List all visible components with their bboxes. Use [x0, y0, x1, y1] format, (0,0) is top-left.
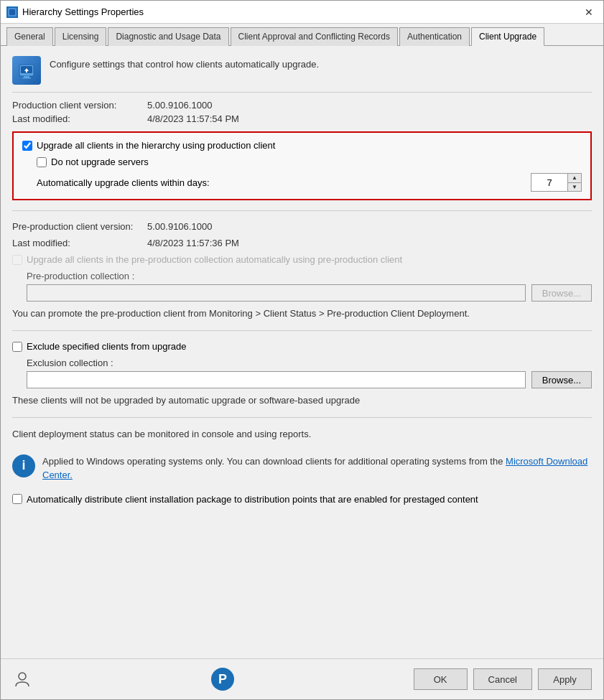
- auto-upgrade-days-label: Automatically upgrade clients within day…: [37, 177, 210, 188]
- preproduction-modified-label: Last modified:: [12, 238, 141, 248]
- tab-diagnostic[interactable]: Diagnostic and Usage Data: [108, 27, 228, 46]
- svg-rect-1: [9, 9, 15, 15]
- header-description: Configure settings that control how clie…: [50, 56, 319, 70]
- preproduction-version-value: 5.00.9106.1000: [147, 221, 212, 232]
- svg-point-6: [19, 673, 26, 680]
- cancel-button[interactable]: Cancel: [473, 668, 532, 690]
- exclusion-browse-button[interactable]: Browse...: [531, 371, 592, 388]
- upgrade-section: Upgrade all clients in the hierarchy usi…: [12, 131, 592, 200]
- spinner-buttons: ▲ ▼: [567, 174, 581, 191]
- spinner-down-button[interactable]: ▼: [568, 182, 581, 191]
- divider-3: [12, 417, 592, 418]
- upgrade-icon: [12, 56, 41, 85]
- info-symbol: i: [22, 458, 25, 473]
- auto-distribute-label[interactable]: Automatically distribute client installa…: [27, 494, 478, 505]
- production-modified-label: Last modified:: [12, 113, 141, 124]
- preproduction-upgrade-checkbox[interactable]: [12, 255, 22, 265]
- exclusion-collection-label: Exclusion collection :: [27, 358, 592, 368]
- title-bar: Hierarchy Settings Properties ✕: [1, 1, 603, 24]
- exclusion-collection-section: Exclusion collection : Browse...: [27, 358, 592, 388]
- upgrade-all-checkbox[interactable]: [22, 141, 32, 151]
- preproduction-modified-row: Last modified: 4/8/2023 11:57:36 PM: [12, 238, 592, 248]
- preproduction-upgrade-row: Upgrade all clients in the pre-productio…: [12, 254, 592, 265]
- preproduction-modified-value: 4/8/2023 11:57:36 PM: [147, 238, 239, 248]
- footer-left: [12, 669, 32, 689]
- footer: P OK Cancel Apply: [1, 658, 603, 699]
- preproduction-collection-section: Pre-production collection : Browse...: [27, 271, 592, 302]
- header-info: Configure settings that control how clie…: [12, 56, 592, 93]
- svg-text:P: P: [218, 672, 227, 686]
- preproduction-collection-row: Browse...: [27, 284, 592, 302]
- upgrade-all-row: Upgrade all clients in the hierarchy usi…: [22, 140, 582, 151]
- preproduction-version-label: Pre-production client version:: [12, 221, 141, 232]
- production-version-row: Production client version: 5.00.9106.100…: [12, 100, 592, 111]
- tab-client-upgrade[interactable]: Client Upgrade: [471, 27, 544, 46]
- exclusion-collection-row: Browse...: [27, 371, 592, 388]
- divider-2: [12, 330, 592, 331]
- preproduction-browse-button[interactable]: Browse...: [531, 284, 592, 302]
- divider-1: [12, 210, 592, 211]
- footer-user-icon: [12, 669, 32, 689]
- auto-distribute-checkbox[interactable]: [12, 494, 22, 504]
- upgrade-all-label[interactable]: Upgrade all clients in the hierarchy usi…: [37, 140, 275, 151]
- footer-center: P: [32, 666, 414, 692]
- days-input[interactable]: 7: [531, 174, 567, 191]
- exclusion-section: Exclude specified clients from upgrade E…: [12, 341, 592, 407]
- production-modified-value: 4/8/2023 11:57:54 PM: [147, 113, 239, 124]
- days-spinner: 7 ▲ ▼: [531, 173, 582, 192]
- deployment-section: Client deployment status can be monitore…: [12, 428, 592, 504]
- tab-general[interactable]: General: [6, 27, 53, 46]
- info-icon: i: [12, 454, 35, 477]
- auto-distribute-row: Automatically distribute client installa…: [12, 494, 592, 505]
- production-modified-row: Last modified: 4/8/2023 11:57:54 PM: [12, 113, 592, 124]
- spacer: [12, 512, 592, 648]
- auto-upgrade-days-row: Automatically upgrade clients within day…: [37, 173, 582, 192]
- tab-client-approval[interactable]: Client Approval and Conflicting Records: [231, 27, 398, 46]
- tab-bar: General Licensing Diagnostic and Usage D…: [1, 24, 603, 46]
- upgrade-icon-inner: [12, 56, 41, 85]
- main-content: Configure settings that control how clie…: [1, 46, 603, 658]
- tab-authentication[interactable]: Authentication: [399, 27, 470, 46]
- production-version-label: Production client version:: [12, 100, 141, 111]
- preproduction-collection-input[interactable]: [27, 284, 526, 302]
- tab-licensing[interactable]: Licensing: [55, 27, 107, 46]
- preproduction-collection-label: Pre-production collection :: [27, 271, 592, 281]
- close-button[interactable]: ✕: [580, 5, 598, 19]
- window-icon: [6, 6, 18, 18]
- footer-buttons: OK Cancel Apply: [414, 668, 592, 690]
- window-title: Hierarchy Settings Properties: [22, 6, 144, 17]
- production-version-value: 5.00.9106.1000: [147, 100, 212, 111]
- spinner-up-button[interactable]: ▲: [568, 174, 581, 182]
- do-not-upgrade-label[interactable]: Do not upgrade servers: [51, 157, 149, 167]
- exclude-clients-checkbox[interactable]: [12, 342, 22, 352]
- do-not-upgrade-checkbox[interactable]: [37, 157, 47, 167]
- ok-button[interactable]: OK: [414, 668, 468, 690]
- production-info: Production client version: 5.00.9106.100…: [12, 100, 592, 124]
- preproduction-version-row: Pre-production client version: 5.00.9106…: [12, 221, 592, 232]
- exclusion-hint: These clients will not be upgraded by au…: [12, 394, 592, 407]
- preproduction-section: Pre-production client version: 5.00.9106…: [12, 221, 592, 320]
- info-box: i Applied to Windows operating systems o…: [12, 449, 592, 488]
- exclude-clients-label[interactable]: Exclude specified clients from upgrade: [27, 341, 187, 352]
- preproduction-hint: You can promote the pre-production clien…: [12, 307, 592, 320]
- exclude-clients-row: Exclude specified clients from upgrade: [12, 341, 592, 352]
- title-bar-left: Hierarchy Settings Properties: [6, 6, 144, 18]
- svg-rect-4: [24, 76, 29, 78]
- main-window: Hierarchy Settings Properties ✕ General …: [0, 0, 604, 700]
- do-not-upgrade-row: Do not upgrade servers: [37, 157, 582, 167]
- svg-rect-5: [22, 78, 31, 79]
- logo-icon: P: [210, 666, 236, 692]
- preproduction-upgrade-label[interactable]: Upgrade all clients in the pre-productio…: [27, 254, 402, 265]
- exclusion-collection-input[interactable]: [27, 371, 526, 388]
- info-box-text: Applied to Windows operating systems onl…: [42, 454, 592, 482]
- info-text-part1: Applied to Windows operating systems onl…: [42, 456, 506, 467]
- apply-button[interactable]: Apply: [538, 668, 592, 690]
- deployment-status-hint: Client deployment status can be monitore…: [12, 428, 592, 441]
